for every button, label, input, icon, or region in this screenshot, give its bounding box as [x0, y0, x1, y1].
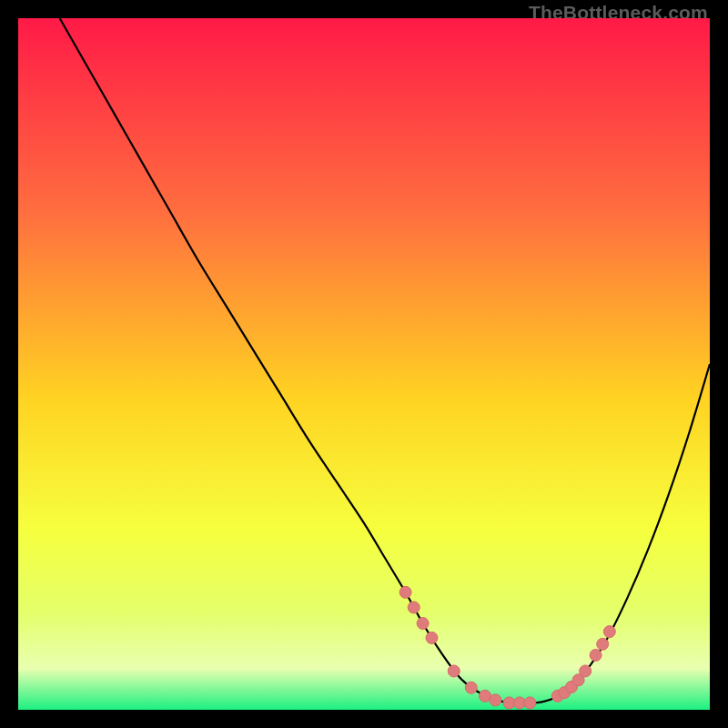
curve-dot	[524, 697, 536, 709]
curve-dot	[603, 626, 615, 638]
curve-dot	[408, 602, 420, 613]
chart-frame: TheBottleneck.com	[0, 0, 728, 728]
curve-dot	[590, 649, 602, 661]
curve-dot	[426, 632, 438, 643]
curve-dot	[580, 665, 592, 677]
curve-dot	[399, 586, 411, 598]
curve-dot	[490, 694, 501, 706]
bottleneck-chart	[18, 18, 710, 710]
curve-dot	[465, 682, 477, 693]
gradient-background	[18, 18, 710, 710]
curve-dot	[597, 638, 609, 650]
curve-dot	[417, 618, 429, 630]
curve-dot	[448, 665, 460, 677]
